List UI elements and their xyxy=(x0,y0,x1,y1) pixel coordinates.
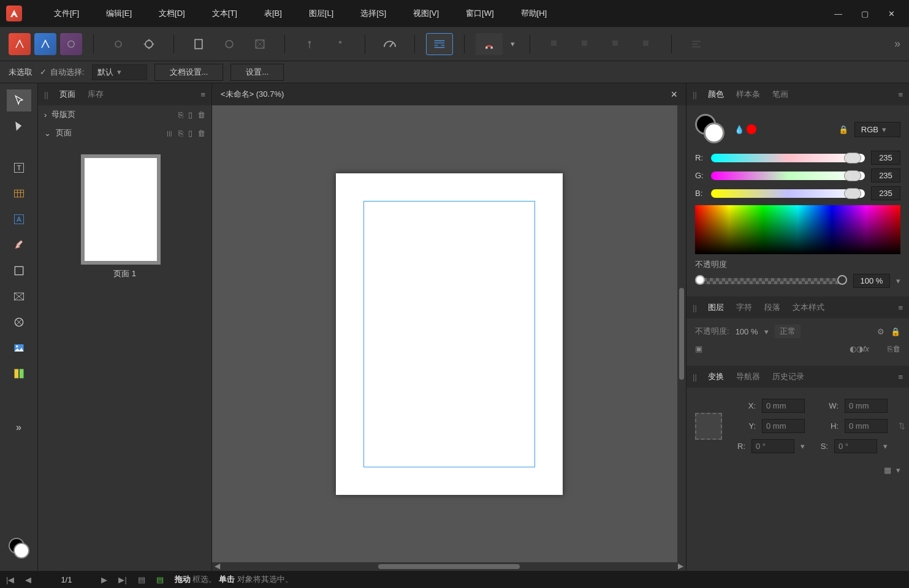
vertical-scrollbar[interactable] xyxy=(677,105,686,562)
tab-history[interactable]: 历史记录 xyxy=(766,371,810,382)
panel-dock-handle-icon[interactable]: || xyxy=(693,372,697,382)
menu-file[interactable]: 文件[F] xyxy=(40,3,93,24)
pen-tool[interactable] xyxy=(7,234,31,256)
panel-dock-handle-icon[interactable]: || xyxy=(693,303,697,312)
color-wells[interactable] xyxy=(9,538,29,559)
scroll-right-icon[interactable]: ▶ xyxy=(678,562,683,570)
first-page-icon[interactable]: |◀ xyxy=(6,575,14,584)
align-button[interactable] xyxy=(683,33,710,55)
node-tool[interactable] xyxy=(7,115,31,137)
green-slider[interactable] xyxy=(711,172,865,180)
frame-text-tool[interactable]: T xyxy=(7,157,31,179)
arrange-back-button[interactable] xyxy=(541,33,568,55)
delete-master-icon[interactable]: 🗑 xyxy=(197,110,205,119)
document-tab[interactable]: <未命名> (30.7%) × xyxy=(212,83,686,105)
toolbar-overflow-icon[interactable]: » xyxy=(894,37,900,50)
preflight-button[interactable] xyxy=(376,33,403,55)
last-page-icon[interactable]: ▶| xyxy=(118,575,126,584)
persona-designer-button[interactable] xyxy=(34,33,56,55)
w-field[interactable]: 0 mm xyxy=(845,399,888,413)
opacity-slider[interactable] xyxy=(695,278,847,284)
view-mode-icon[interactable]: ▤ xyxy=(138,575,145,584)
rectangle-tool[interactable] xyxy=(7,260,31,282)
close-icon[interactable]: ✕ xyxy=(888,9,897,18)
tab-pages[interactable]: 页面 xyxy=(53,89,82,100)
link-icon[interactable]: ⇅ xyxy=(899,421,905,431)
tab-navigator[interactable]: 导航器 xyxy=(730,371,766,382)
gear-icon[interactable]: ⚙ xyxy=(877,327,884,336)
tab-character[interactable]: 字符 xyxy=(730,302,758,313)
document-tab-close-icon[interactable]: × xyxy=(671,88,677,101)
tab-paragraph[interactable]: 段落 xyxy=(758,302,786,313)
red-slider[interactable] xyxy=(711,154,865,162)
tab-transform[interactable]: 变换 xyxy=(702,371,730,382)
page-button[interactable] xyxy=(185,33,212,55)
chevron-down-icon[interactable]: ▾ xyxy=(764,327,769,336)
duplicate-master-icon[interactable]: ▯ xyxy=(188,110,192,119)
y-field[interactable]: 0 mm xyxy=(762,419,805,433)
tab-layers[interactable]: 图层 xyxy=(702,302,730,313)
pin-float-button[interactable] xyxy=(327,33,354,55)
layers-opacity-value[interactable]: 100 % xyxy=(736,327,758,336)
snapping-button[interactable] xyxy=(476,33,503,55)
menu-window[interactable]: 窗口[W] xyxy=(452,3,508,24)
page-indicator[interactable]: 1/1 xyxy=(61,575,72,584)
menu-select[interactable]: 选择[S] xyxy=(347,3,400,24)
r-field[interactable]: 0 ° xyxy=(751,439,794,453)
add-page-icon[interactable]: ⎘ xyxy=(178,129,183,138)
picture-frame-tool[interactable] xyxy=(7,285,31,307)
move-tool[interactable] xyxy=(7,89,31,111)
tab-stroke[interactable]: 笔画 xyxy=(766,89,794,100)
red-value[interactable]: 235 xyxy=(871,151,900,165)
delete-page-icon[interactable]: 🗑 xyxy=(197,129,205,138)
canvas-viewport[interactable] xyxy=(212,105,686,562)
page-thumbnail[interactable] xyxy=(81,154,161,265)
live-filter-button[interactable] xyxy=(105,33,132,55)
layer-icon[interactable]: ▣ xyxy=(695,344,702,353)
add-layer-icon[interactable]: ⎘ xyxy=(888,344,892,353)
text-wrap-button[interactable] xyxy=(426,33,453,55)
menu-layer[interactable]: 图层[L] xyxy=(295,3,347,24)
hyperlinks-button[interactable] xyxy=(246,33,273,55)
eyedropper-swatch[interactable] xyxy=(747,124,756,134)
arrange-backward-button[interactable] xyxy=(572,33,599,55)
menu-table[interactable]: 表[B] xyxy=(251,3,295,24)
lock-icon[interactable]: 🔒 xyxy=(891,327,900,336)
next-page-icon[interactable]: ▶ xyxy=(101,575,107,584)
panel-menu-icon[interactable]: ≡ xyxy=(898,303,903,312)
chevron-down-icon[interactable]: ▾ xyxy=(801,442,805,451)
opacity-dropdown-icon[interactable]: ▾ xyxy=(896,276,900,285)
opacity-value[interactable]: 100 % xyxy=(853,274,890,288)
adjustment-icon[interactable]: ◑ xyxy=(856,344,863,353)
ellipse-tool[interactable] xyxy=(7,311,31,333)
data-merge-tool[interactable] xyxy=(7,363,31,385)
snapping-dropdown[interactable]: ▾ xyxy=(506,33,519,55)
panel-menu-icon[interactable]: ≡ xyxy=(200,90,205,99)
pages-section[interactable]: ⌄ 页面 xyxy=(44,127,72,138)
scroll-left-icon[interactable]: ◀ xyxy=(215,562,220,570)
panel-dock-handle-icon[interactable]: || xyxy=(693,90,697,99)
anchor-point-selector[interactable] xyxy=(695,413,722,440)
master-pages-section[interactable]: › 母版页 xyxy=(44,109,75,120)
document-setup-button[interactable]: 文档设置... xyxy=(154,64,224,81)
preview-mode-icon[interactable]: ▤ xyxy=(156,575,164,584)
tab-color[interactable]: 颜色 xyxy=(702,89,730,100)
hue-saturation-box[interactable] xyxy=(695,205,900,254)
pin-button[interactable] xyxy=(296,33,323,55)
persona-photo-button[interactable] xyxy=(60,33,82,55)
place-image-tool[interactable] xyxy=(7,337,31,359)
table-tool[interactable] xyxy=(7,183,31,205)
arrange-front-button[interactable] xyxy=(633,33,660,55)
page[interactable] xyxy=(336,173,563,495)
panel-menu-icon[interactable]: ≡ xyxy=(898,372,903,382)
h-field[interactable]: 0 mm xyxy=(845,419,888,433)
green-value[interactable]: 235 xyxy=(871,168,900,183)
tool-overflow[interactable]: » xyxy=(7,417,31,439)
menu-document[interactable]: 文档[D] xyxy=(145,3,199,24)
artistic-text-tool[interactable]: A xyxy=(7,208,31,230)
delete-layer-icon[interactable]: 🗑 xyxy=(892,344,900,353)
prev-page-icon[interactable]: ◀ xyxy=(25,575,31,584)
s-field[interactable]: 0 ° xyxy=(834,439,877,453)
chevron-down-icon[interactable]: ▾ xyxy=(883,442,888,451)
chevron-down-icon[interactable]: ▾ xyxy=(896,466,900,475)
